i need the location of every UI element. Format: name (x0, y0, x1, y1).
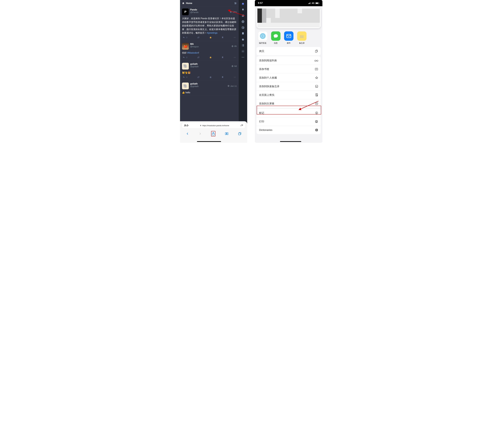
svg-rect-31 (316, 3, 318, 4)
more-button[interactable] (233, 56, 236, 59)
safari-chrome: 大小 https://mastodon.pando.im/home (180, 121, 247, 143)
action-label: 添加书签 (259, 67, 269, 71)
left-screenshot: Home PPando@Pando58m大家好，欢迎来到 Pando 投资者社区… (180, 0, 247, 143)
share-app-mail[interactable]: 邮件 (284, 31, 294, 44)
svg-point-20 (242, 57, 242, 58)
share-app-airdrop[interactable]: 隔空投送 (258, 31, 268, 44)
ios-status-bar: 9:57 4G (255, 0, 323, 6)
svg-rect-41 (315, 51, 317, 53)
home-indicator (197, 141, 221, 142)
status-time: 9:57 (258, 2, 263, 4)
find-icon (315, 93, 318, 97)
action-label: 添加到快速备忘录 (259, 85, 279, 88)
svg-point-19 (243, 51, 243, 52)
avatar[interactable]: 🐘 (182, 82, 189, 89)
boost-button[interactable] (197, 36, 200, 39)
star-icon (315, 76, 318, 79)
action-glasses[interactable]: 添加到阅读列表 (257, 56, 321, 65)
action-book[interactable]: 添加书签 (257, 65, 321, 73)
tabs-icon[interactable] (238, 132, 241, 135)
handle: @Pando (190, 11, 198, 13)
action-quicknote[interactable]: 添加到快速备忘录 (257, 82, 321, 91)
safari-toolbar (180, 130, 247, 138)
list-icon[interactable] (241, 44, 244, 47)
svg-point-8 (234, 57, 234, 58)
bookmarks-icon[interactable] (225, 132, 228, 135)
handle: @goliath (190, 65, 198, 68)
share-app-msg[interactable]: 信息 (271, 31, 281, 44)
star-icon[interactable] (241, 38, 244, 41)
more-button[interactable] (233, 36, 236, 39)
back-icon[interactable] (186, 132, 189, 135)
post[interactable]: 🐘goliath@goliath6d🐱🐈🐯0 (180, 61, 239, 81)
bookmark-button[interactable] (221, 76, 224, 79)
handle: @goliath (190, 85, 198, 88)
favourite-button[interactable] (209, 36, 212, 39)
action-find[interactable]: 在页面上查找 (257, 91, 321, 99)
action-label: 在页面上查找 (259, 93, 274, 97)
svg-line-25 (229, 10, 245, 16)
favourite-button[interactable] (209, 56, 212, 59)
hashtag[interactable]: #greetings (207, 32, 217, 34)
action-star[interactable]: 添加到个人收藏 (257, 73, 321, 82)
globe-icon[interactable] (241, 20, 244, 23)
share-preview-card (257, 8, 321, 28)
share-app-row[interactable]: 隔空投送信息邮件备忘录 (255, 28, 323, 46)
action-label: 标记 (259, 111, 264, 115)
avatar[interactable]: 🐘 (182, 63, 189, 70)
svg-point-5 (234, 37, 235, 38)
feed[interactable]: PPando@Pando58m大家好，欢迎来到 Pando 投资者社区！本社区旨… (180, 7, 239, 121)
post[interactable]: 🍎MA@mayun6h你好 #Mastodon!0 (180, 41, 239, 61)
svg-point-14 (235, 77, 236, 78)
copy-icon (315, 49, 318, 53)
svg-point-22 (244, 57, 244, 58)
action-print[interactable]: 打印 (257, 117, 321, 126)
boost-button[interactable] (197, 76, 200, 79)
note-icon (297, 31, 306, 41)
display-name: goliath (190, 63, 198, 65)
url-bar[interactable]: 大小 https://mastodon.pando.im/home (182, 123, 245, 128)
svg-point-10 (235, 57, 236, 58)
action-copy[interactable]: 拷贝 (257, 47, 321, 55)
battery-icon (315, 2, 319, 4)
svg-point-46 (316, 95, 317, 96)
column-title: Home (186, 2, 192, 5)
svg-point-9 (234, 57, 235, 58)
mail-icon (284, 31, 293, 41)
globe-icon (232, 65, 234, 67)
reply-button[interactable]: 0 (183, 76, 187, 79)
svg-point-6 (235, 37, 236, 38)
mastodon-panel: Home PPando@Pando58m大家好，欢迎来到 Pando 投资者社区… (180, 0, 239, 121)
svg-rect-54 (316, 129, 317, 131)
bookmark-button[interactable] (221, 36, 224, 39)
svg-rect-55 (317, 129, 317, 131)
avatar[interactable]: 🍎 (182, 43, 189, 50)
action-dict[interactable]: Dictionaries (257, 126, 321, 134)
reload-icon[interactable] (240, 124, 243, 127)
msg-icon (271, 31, 280, 41)
share-icon[interactable] (211, 131, 215, 136)
url-field[interactable]: https://mastodon.pando.im/home (189, 124, 240, 127)
hashtag[interactable]: #Mastodon (187, 52, 198, 54)
boost-button[interactable] (197, 56, 200, 59)
dots-icon[interactable] (241, 56, 244, 59)
post-actions: 0 (182, 74, 237, 80)
lock-icon (200, 125, 201, 126)
app-label: 备忘录 (299, 42, 305, 44)
bookmark-button[interactable] (221, 56, 224, 59)
post-actions: 0 (182, 55, 237, 60)
at-icon[interactable] (241, 26, 244, 29)
globe-icon (227, 85, 230, 87)
reply-button[interactable]: 0 (183, 56, 187, 59)
gear-icon[interactable] (241, 50, 244, 53)
globe-icon (232, 45, 234, 47)
more-button[interactable] (233, 76, 236, 79)
bookmark-icon[interactable] (241, 32, 244, 35)
reader-aa-button[interactable]: 大小 (184, 124, 189, 127)
favourite-button[interactable] (209, 76, 212, 79)
post[interactable]: 🐘goliath@goliathJun 11👍 hello (180, 80, 239, 95)
reply-button[interactable]: 0 (183, 36, 187, 39)
svg-rect-38 (300, 36, 304, 37)
share-app-note[interactable]: 备忘录 (297, 31, 307, 44)
avatar[interactable]: P (182, 9, 189, 15)
